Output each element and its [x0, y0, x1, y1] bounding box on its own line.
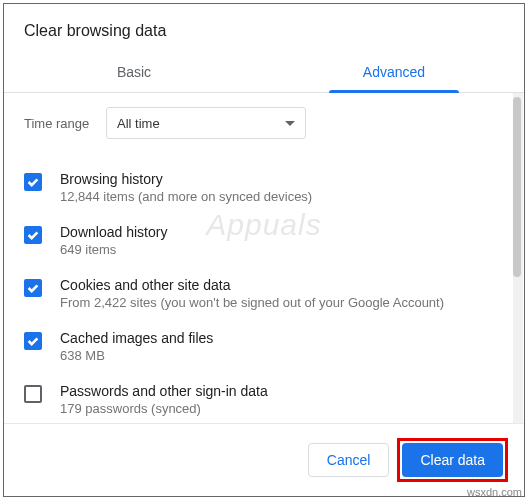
scroll-content: Time range All time Browsing history 12,…: [4, 93, 524, 423]
item-title: Cookies and other site data: [60, 277, 504, 293]
item-passwords: Passwords and other sign-in data 179 pas…: [24, 373, 504, 423]
item-browsing-history: Browsing history 12,844 items (and more …: [24, 161, 504, 214]
tab-advanced[interactable]: Advanced: [264, 54, 524, 92]
item-title: Browsing history: [60, 171, 504, 187]
item-title: Cached images and files: [60, 330, 504, 346]
item-text: Cached images and files 638 MB: [60, 330, 504, 363]
item-download-history: Download history 649 items: [24, 214, 504, 267]
item-text: Download history 649 items: [60, 224, 504, 257]
item-cookies: Cookies and other site data From 2,422 s…: [24, 267, 504, 320]
item-cached-images: Cached images and files 638 MB: [24, 320, 504, 373]
item-title: Passwords and other sign-in data: [60, 383, 504, 399]
item-sub: 649 items: [60, 242, 504, 257]
item-sub: From 2,422 sites (you won't be signed ou…: [60, 295, 504, 310]
tab-basic[interactable]: Basic: [4, 54, 264, 92]
time-range-select[interactable]: All time: [106, 107, 306, 139]
cancel-button[interactable]: Cancel: [308, 443, 390, 477]
checkbox-cached-images[interactable]: [24, 332, 42, 350]
chevron-down-icon: [285, 121, 295, 126]
scrollbar-thumb[interactable]: [513, 97, 521, 277]
time-range-value: All time: [117, 116, 160, 131]
time-range-label: Time range: [24, 116, 106, 131]
checkbox-browsing-history[interactable]: [24, 173, 42, 191]
dialog-footer: Cancel Clear data: [4, 423, 524, 496]
item-title: Download history: [60, 224, 504, 240]
scrollbar-track[interactable]: [513, 93, 523, 423]
checkbox-download-history[interactable]: [24, 226, 42, 244]
item-sub: 12,844 items (and more on synced devices…: [60, 189, 504, 204]
checkbox-passwords[interactable]: [24, 385, 42, 403]
credit: wsxdn.com: [467, 486, 522, 498]
item-sub: 179 passwords (synced): [60, 401, 504, 416]
scroll-area: Time range All time Browsing history 12,…: [4, 93, 524, 423]
time-range-row: Time range All time: [24, 107, 504, 139]
dialog-title: Clear browsing data: [4, 4, 524, 54]
item-sub: 638 MB: [60, 348, 504, 363]
item-text: Passwords and other sign-in data 179 pas…: [60, 383, 504, 416]
item-text: Browsing history 12,844 items (and more …: [60, 171, 504, 204]
clear-data-highlight: Clear data: [397, 438, 508, 482]
item-text: Cookies and other site data From 2,422 s…: [60, 277, 504, 310]
clear-browsing-data-dialog: Clear browsing data Basic Advanced Time …: [3, 3, 525, 497]
clear-data-button[interactable]: Clear data: [402, 443, 503, 477]
checkbox-cookies[interactable]: [24, 279, 42, 297]
tabs: Basic Advanced: [4, 54, 524, 93]
